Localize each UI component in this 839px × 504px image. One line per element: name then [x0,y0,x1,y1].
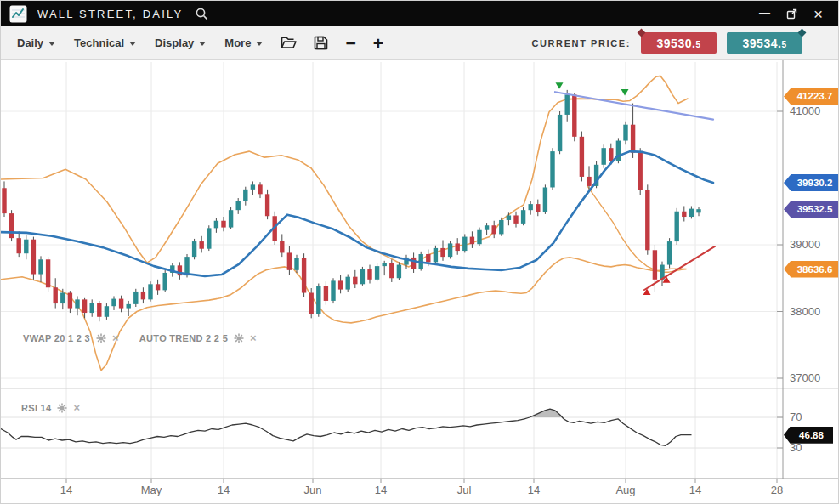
auto-trend-indicator-label: AUTO TREND 2 2 5 [139,333,228,343]
date-axis-label: Aug [607,484,644,496]
popout-button[interactable] [785,8,798,20]
date-axis-label: 14 [205,484,242,496]
rsi-indicator-label: RSI 14 [21,403,51,413]
zoom-in-button[interactable]: + [373,34,383,52]
menu-timeframe[interactable]: Daily [8,26,65,59]
rsi-settings-gear-icon[interactable] [57,403,67,413]
date-axis-label: May [133,484,170,496]
menu-more-label: More [224,37,251,49]
title-bar: WALL STREET, DAILY — × [1,1,838,26]
window-controls: — × [759,6,830,22]
menu-display[interactable]: Display [145,26,215,59]
chevron-down-icon [129,42,136,46]
price-axis-label: 37000 [790,371,836,384]
overlay-indicator-labels: VWAP 20 1 2 3 × AUTO TREND 2 2 5 × [23,332,257,343]
menu-timeframe-label: Daily [17,37,43,49]
date-axis-label: 14 [362,484,400,496]
search-icon[interactable] [195,7,209,21]
menu-more[interactable]: More [215,26,272,59]
chart-app-icon [9,5,27,23]
chart-area: VWAP 20 1 2 3 × AUTO TREND 2 2 5 × RSI 1… [1,60,839,504]
price-level-badge: 38636.6 [784,261,839,278]
menu-technical[interactable]: Technical [65,26,145,59]
price-axis-label: 41000 [790,105,836,117]
menu-display-label: Display [155,37,194,49]
price-level-badge: 39532.5 [784,201,839,218]
zoom-out-button[interactable]: − [345,34,355,52]
current-price-label: CURRENT PRICE: [531,38,631,48]
auto-trend-settings-gear-icon[interactable] [234,333,244,343]
date-axis-label: 14 [515,484,553,496]
price-axis-label: 38000 [790,305,836,318]
bid-price-badge[interactable]: 39530.5 [641,32,717,54]
vwap-remove-icon[interactable]: × [112,332,119,343]
rsi-indicator-labels: RSI 14 × [21,402,80,413]
date-axis-label: 14 [48,484,85,496]
auto-trend-remove-icon[interactable]: × [250,332,257,343]
chevron-down-icon [256,42,263,46]
date-axis-label: 14 [677,484,714,496]
rsi-axis-label: 70 [790,411,836,423]
current-price-area: CURRENT PRICE: 39530.5 39534.5 [531,32,831,54]
price-level-badge: 41223.7 [784,88,839,105]
chevron-down-icon [199,42,206,46]
save-icon[interactable] [313,35,329,51]
ask-price-badge[interactable]: 39534.5 [727,32,802,54]
open-folder-icon[interactable] [280,35,298,51]
chevron-down-icon [48,42,55,46]
date-axis-label: 28 [758,484,796,496]
toolbar: Daily Technical Display More − + CU [1,26,838,60]
price-level-badge: 39930.2 [784,174,839,191]
date-axis-label: Jul [445,484,483,496]
vwap-indicator-label: VWAP 20 1 2 3 [23,333,90,343]
price-axis-label: 39000 [790,238,836,251]
menu-technical-label: Technical [74,37,124,49]
rsi-value-badge: 46.88 [784,427,833,444]
rsi-remove-icon[interactable]: × [73,402,80,413]
close-button[interactable]: × [813,6,823,22]
chart-canvas[interactable] [1,60,839,504]
window-title: WALL STREET, DAILY [37,8,183,20]
date-axis-label: Jun [294,484,332,496]
trading-app-window: WALL STREET, DAILY — × Daily Technical D… [0,0,839,504]
vwap-settings-gear-icon[interactable] [96,333,106,343]
minimize-button[interactable]: — [759,7,770,18]
